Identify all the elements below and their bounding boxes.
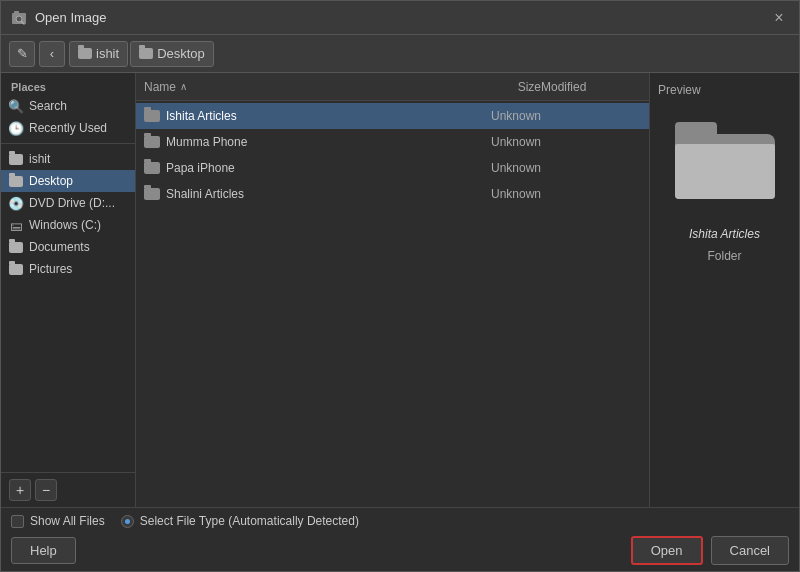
- file-size: Unknown: [481, 135, 541, 149]
- open-image-dialog: Open Image × ✎ ‹ ishit Desktop Places 🔍 …: [0, 0, 800, 572]
- file-size: Unknown: [481, 161, 541, 175]
- breadcrumb-ishit[interactable]: ishit: [69, 41, 128, 67]
- sidebar-actions: + −: [1, 472, 135, 507]
- svg-rect-1: [14, 11, 19, 14]
- drive-icon: 🖴: [9, 218, 23, 232]
- sidebar-item-documents[interactable]: Documents: [1, 236, 135, 258]
- help-button[interactable]: Help: [11, 537, 76, 564]
- action-buttons: Open Cancel: [631, 536, 789, 565]
- sidebar-item-ishit-label: ishit: [29, 152, 50, 166]
- remove-bookmark-button[interactable]: −: [35, 479, 57, 501]
- show-all-files-checkbox[interactable]: [11, 515, 24, 528]
- cancel-button[interactable]: Cancel: [711, 536, 789, 565]
- add-bookmark-button[interactable]: +: [9, 479, 31, 501]
- sidebar-item-pictures-label: Pictures: [29, 262, 72, 276]
- preview-folder-icon: [675, 119, 775, 199]
- sidebar-header: Places: [1, 77, 135, 95]
- folder-icon: [9, 240, 23, 254]
- folder-icon: [144, 162, 160, 174]
- folder-icon: [9, 152, 23, 166]
- sidebar-item-dvd-label: DVD Drive (D:...: [29, 196, 115, 210]
- sidebar-item-search-label: Search: [29, 99, 67, 113]
- file-list-area: Name ∧ Size Modified Ishita Articles Unk…: [136, 73, 649, 507]
- drive-icon: 💿: [9, 196, 23, 210]
- breadcrumb-ishit-label: ishit: [96, 46, 119, 61]
- file-type-option[interactable]: Select File Type (Automatically Detected…: [121, 514, 359, 528]
- sort-arrow-icon: ∧: [180, 81, 187, 92]
- file-type-radio[interactable]: [121, 515, 134, 528]
- bottom-options: Show All Files Select File Type (Automat…: [11, 514, 789, 528]
- sidebar: Places 🔍 Search 🕒 Recently Used ishit De…: [1, 73, 136, 507]
- sidebar-item-recently-used[interactable]: 🕒 Recently Used: [1, 117, 135, 139]
- folder-icon: [144, 188, 160, 200]
- search-icon: 🔍: [9, 99, 23, 113]
- open-button[interactable]: Open: [631, 536, 703, 565]
- sidebar-item-dvd-drive[interactable]: 💿 DVD Drive (D:...: [1, 192, 135, 214]
- sidebar-item-windows-label: Windows (C:): [29, 218, 101, 232]
- file-type-label: Select File Type (Automatically Detected…: [140, 514, 359, 528]
- preview-header: Preview: [658, 83, 701, 97]
- column-size-header: Size: [481, 80, 541, 94]
- file-name: Mumma Phone: [166, 135, 481, 149]
- toolbar: ✎ ‹ ishit Desktop: [1, 35, 799, 73]
- preview-panel: Preview Ishita Articles Folder: [649, 73, 799, 507]
- table-row[interactable]: Ishita Articles Unknown: [136, 103, 649, 129]
- file-name: Shalini Articles: [166, 187, 481, 201]
- table-row[interactable]: Papa iPhone Unknown: [136, 155, 649, 181]
- file-name: Ishita Articles: [166, 109, 481, 123]
- sidebar-separator: [1, 143, 135, 144]
- close-button[interactable]: ×: [769, 8, 789, 28]
- dialog-icon: [11, 10, 27, 26]
- file-size: Unknown: [481, 109, 541, 123]
- sidebar-item-pictures[interactable]: Pictures: [1, 258, 135, 280]
- column-modified-header: Modified: [541, 80, 641, 94]
- breadcrumb-desktop-label: Desktop: [157, 46, 205, 61]
- preview-type: Folder: [707, 249, 741, 263]
- folder-icon: [144, 110, 160, 122]
- table-row[interactable]: Shalini Articles Unknown: [136, 181, 649, 207]
- recent-icon: 🕒: [9, 121, 23, 135]
- title-bar-left: Open Image: [11, 10, 107, 26]
- file-list: Ishita Articles Unknown Mumma Phone Unkn…: [136, 101, 649, 507]
- table-row[interactable]: Mumma Phone Unknown: [136, 129, 649, 155]
- breadcrumb-area: ishit Desktop: [69, 41, 791, 67]
- sidebar-item-desktop-label: Desktop: [29, 174, 73, 188]
- breadcrumb-desktop[interactable]: Desktop: [130, 41, 214, 67]
- sidebar-item-recent-label: Recently Used: [29, 121, 107, 135]
- folder-icon: [78, 48, 92, 59]
- preview-name: Ishita Articles: [689, 227, 760, 241]
- main-content: Places 🔍 Search 🕒 Recently Used ishit De…: [1, 73, 799, 507]
- folder-icon: [9, 262, 23, 276]
- title-bar: Open Image ×: [1, 1, 799, 35]
- column-name-header[interactable]: Name ∧: [144, 80, 481, 94]
- folder-icon: [144, 136, 160, 148]
- file-size: Unknown: [481, 187, 541, 201]
- sidebar-item-ishit[interactable]: ishit: [1, 148, 135, 170]
- sidebar-item-desktop[interactable]: Desktop: [1, 170, 135, 192]
- sidebar-item-search[interactable]: 🔍 Search: [1, 95, 135, 117]
- file-list-header: Name ∧ Size Modified: [136, 73, 649, 101]
- back-button[interactable]: ‹: [39, 41, 65, 67]
- show-all-files-label: Show All Files: [30, 514, 105, 528]
- sidebar-item-windows[interactable]: 🖴 Windows (C:): [1, 214, 135, 236]
- folder-front: [675, 144, 775, 199]
- show-all-files-option[interactable]: Show All Files: [11, 514, 105, 528]
- bottom-actions: Help Open Cancel: [11, 536, 789, 565]
- preview-image: [675, 119, 775, 209]
- folder-icon: [9, 174, 23, 188]
- dialog-title: Open Image: [35, 10, 107, 25]
- sidebar-item-documents-label: Documents: [29, 240, 90, 254]
- file-name: Papa iPhone: [166, 161, 481, 175]
- edit-button[interactable]: ✎: [9, 41, 35, 67]
- bottom-bar: Show All Files Select File Type (Automat…: [1, 507, 799, 571]
- folder-icon: [139, 48, 153, 59]
